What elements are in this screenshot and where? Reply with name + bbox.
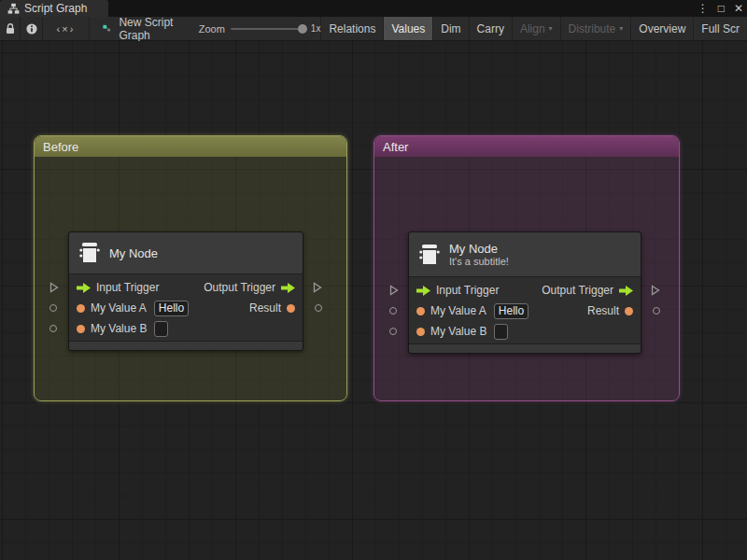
group-before-header[interactable]: Before — [35, 136, 346, 157]
input-trigger-port[interactable]: Input Trigger — [77, 281, 159, 294]
result-port[interactable]: Result — [249, 301, 295, 315]
node-footer — [409, 343, 641, 353]
external-trigger-connector[interactable] — [651, 285, 660, 296]
value-b-input[interactable] — [494, 324, 508, 340]
node-header[interactable]: My Node — [69, 232, 303, 274]
value-port-icon — [416, 328, 425, 336]
trigger-in-icon — [77, 283, 91, 293]
value-port-icon — [416, 307, 425, 315]
distribute-label: Distribute — [569, 22, 616, 35]
node-ports: Input Trigger Output Trigger My Value A — [409, 277, 641, 343]
overview-button[interactable]: Overview — [631, 17, 694, 40]
trigger-in-icon — [416, 286, 430, 296]
port-row-triggers: Input Trigger Output Trigger — [409, 280, 641, 301]
zoom-label: Zoom — [199, 23, 225, 35]
node-title: My Node — [449, 242, 509, 256]
zoom-slider[interactable] — [231, 28, 305, 30]
port-label: My Value A — [91, 301, 147, 315]
external-value-connector[interactable] — [653, 307, 660, 315]
node-title: My Node — [109, 246, 158, 260]
value-b-port[interactable]: My Value B — [416, 324, 508, 340]
align-button[interactable]: Align ▾ — [513, 17, 561, 40]
graph-canvas[interactable]: Before After My Node — [0, 41, 747, 560]
code-view-icon: ‹×› — [57, 23, 76, 35]
external-trigger-connector[interactable] — [49, 282, 59, 293]
port-label: My Value B — [91, 322, 147, 335]
external-value-connector[interactable] — [49, 325, 57, 332]
port-label: Input Trigger — [96, 281, 159, 294]
carry-button[interactable]: Carry — [470, 17, 513, 40]
graph-toolbar: ‹×› New Script Graph Zoom 1x Relations V… — [0, 17, 747, 41]
port-label: Result — [587, 304, 619, 317]
zoom-control: Zoom 1x — [186, 17, 322, 40]
zoom-value: 1x — [311, 23, 321, 34]
group-after-header[interactable]: After — [374, 136, 679, 157]
window-menu-icon[interactable]: ⋮ — [698, 0, 709, 17]
info-icon — [26, 23, 37, 35]
chevron-down-icon: ▾ — [619, 24, 623, 33]
info-button[interactable] — [21, 17, 43, 40]
port-label: Output Trigger — [542, 284, 613, 297]
port-row-triggers: Input Trigger Output Trigger — [69, 277, 303, 298]
graph-icon — [7, 3, 20, 15]
output-trigger-port[interactable]: Output Trigger — [204, 281, 295, 294]
values-button[interactable]: Values — [384, 17, 433, 40]
node-footer — [69, 341, 303, 350]
external-trigger-connector[interactable] — [313, 282, 322, 293]
new-script-graph-button[interactable]: New Script Graph — [90, 17, 186, 40]
result-port[interactable]: Result — [587, 304, 633, 317]
value-port-icon — [77, 304, 85, 313]
tab-bar: Script Graph ⋮ □ ✕ — [0, 0, 747, 17]
unit-icon — [419, 244, 440, 266]
value-a-input[interactable]: Hello — [494, 303, 529, 319]
chevron-down-icon: ▾ — [549, 24, 553, 33]
external-trigger-connector[interactable] — [389, 285, 399, 296]
port-row-value-b: My Value B — [409, 321, 641, 342]
script-graph-window: Script Graph ⋮ □ ✕ ‹×› — [0, 0, 747, 560]
tab-title: Script Graph — [24, 2, 87, 15]
lock-button[interactable] — [0, 17, 21, 40]
unit-icon — [79, 242, 100, 264]
node-my-node-before[interactable]: My Node Input Trigger Output Trigger — [68, 231, 303, 351]
close-icon[interactable]: ✕ — [734, 0, 743, 17]
port-row-value-b: My Value B — [69, 318, 303, 339]
node-ports: Input Trigger Output Trigger My Value A — [69, 274, 303, 341]
dim-button[interactable]: Dim — [433, 17, 469, 40]
trigger-out-icon — [619, 286, 633, 296]
port-label: My Value A — [430, 304, 486, 317]
value-port-icon — [77, 325, 85, 333]
external-value-connector[interactable] — [389, 328, 397, 335]
distribute-button[interactable]: Distribute ▾ — [561, 17, 632, 40]
external-value-connector[interactable] — [315, 304, 322, 312]
value-a-port[interactable]: My Value A Hello — [416, 303, 529, 319]
relations-button[interactable]: Relations — [321, 17, 384, 40]
fullscreen-button[interactable]: Full Scr — [694, 17, 747, 40]
external-value-connector[interactable] — [389, 307, 397, 315]
value-port-icon — [625, 307, 633, 315]
code-view-button[interactable]: ‹×› — [43, 17, 90, 40]
group-before-label: Before — [43, 140, 78, 154]
group-after-label: After — [383, 140, 408, 154]
value-a-port[interactable]: My Value A Hello — [77, 301, 189, 316]
port-label: Result — [249, 301, 281, 315]
value-a-input[interactable]: Hello — [154, 301, 189, 316]
node-subtitle: It's a subtitle! — [449, 256, 509, 268]
lock-icon — [6, 23, 15, 35]
external-value-connector[interactable] — [49, 304, 57, 312]
port-label: My Value B — [430, 325, 486, 338]
node-my-node-after[interactable]: My Node It's a subtitle! Input Trigger O… — [408, 231, 641, 354]
zoom-slider-handle[interactable] — [298, 24, 307, 34]
new-script-graph-icon — [103, 23, 113, 35]
node-header[interactable]: My Node It's a subtitle! — [409, 232, 641, 277]
port-row-value-a: My Value A Hello Result — [409, 301, 641, 321]
align-label: Align — [520, 22, 545, 35]
value-port-icon — [287, 304, 295, 313]
value-b-port[interactable]: My Value B — [77, 321, 168, 337]
maximize-icon[interactable]: □ — [718, 0, 725, 17]
value-b-input[interactable] — [154, 321, 168, 337]
port-label: Input Trigger — [436, 284, 499, 297]
input-trigger-port[interactable]: Input Trigger — [416, 284, 499, 297]
window-controls: ⋮ □ ✕ — [698, 0, 743, 17]
tab-script-graph[interactable]: Script Graph — [0, 0, 108, 17]
output-trigger-port[interactable]: Output Trigger — [542, 284, 633, 297]
